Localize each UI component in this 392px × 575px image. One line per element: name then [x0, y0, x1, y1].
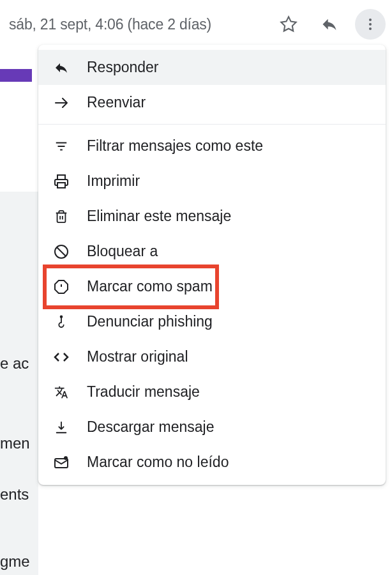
context-menu: Responder Reenviar Filtrar mensajes como…: [38, 45, 386, 485]
menu-label: Mostrar original: [87, 348, 188, 365]
bg-text-fragment: gme: [0, 553, 30, 571]
menu-label: Descargar mensaje: [87, 418, 214, 436]
more-options-button[interactable]: [355, 9, 386, 40]
menu-delete[interactable]: Eliminar este mensaje: [38, 199, 386, 234]
reply-button-top[interactable]: [314, 9, 345, 40]
bg-text-fragment: ents: [0, 486, 29, 503]
svg-point-2: [369, 27, 372, 30]
menu-spam[interactable]: Marcar como spam: [38, 269, 386, 304]
star-icon: [280, 15, 298, 33]
menu-phishing[interactable]: Denunciar phishing: [38, 304, 386, 339]
print-icon: [54, 174, 69, 189]
svg-point-5: [61, 316, 63, 318]
category-indicator: [0, 69, 32, 82]
svg-point-7: [64, 456, 68, 460]
email-timestamp: sáb, 21 sept, 4:06 (hace 2 días): [9, 16, 263, 33]
forward-icon: [54, 95, 69, 111]
trash-icon: [54, 209, 69, 224]
more-vertical-icon: [363, 17, 378, 32]
menu-forward[interactable]: Reenviar: [38, 85, 386, 120]
menu-divider: [38, 124, 386, 125]
phishing-icon: [54, 314, 69, 330]
menu-translate[interactable]: Traducir mensaje: [38, 374, 386, 410]
unread-icon: [54, 455, 69, 470]
block-icon: [54, 244, 69, 259]
menu-block[interactable]: Bloquear a: [38, 234, 386, 269]
download-icon: [54, 420, 69, 435]
menu-label: Eliminar este mensaje: [87, 208, 231, 225]
bg-text-fragment: men: [0, 434, 30, 452]
menu-label: Reenviar: [87, 94, 146, 111]
reply-icon: [54, 60, 69, 75]
menu-label: Traducir mensaje: [87, 383, 200, 401]
menu-unread[interactable]: Marcar como no leído: [38, 445, 386, 480]
menu-reply[interactable]: Responder: [38, 50, 386, 85]
reply-arrow-icon: [320, 15, 338, 33]
translate-icon: [54, 385, 69, 400]
menu-label: Responder: [87, 59, 159, 76]
code-icon: [54, 349, 69, 365]
background-panel: [0, 192, 38, 575]
menu-label: Bloquear a: [87, 243, 158, 260]
star-button[interactable]: [273, 9, 304, 40]
menu-label: Denunciar phishing: [87, 313, 213, 330]
menu-download[interactable]: Descargar mensaje: [38, 410, 386, 445]
menu-label: Imprimir: [87, 172, 140, 190]
menu-print[interactable]: Imprimir: [38, 164, 386, 199]
svg-point-1: [369, 23, 372, 26]
filter-icon: [54, 139, 69, 154]
menu-label: Marcar como no leído: [87, 454, 229, 471]
menu-filter[interactable]: Filtrar mensajes como este: [38, 128, 386, 164]
svg-point-0: [369, 19, 372, 21]
bg-text-fragment: e ac: [0, 355, 29, 372]
menu-label: Marcar como spam: [87, 278, 213, 295]
menu-original[interactable]: Mostrar original: [38, 339, 386, 374]
menu-label: Filtrar mensajes como este: [87, 137, 263, 155]
spam-icon: [54, 279, 69, 295]
svg-line-4: [57, 247, 66, 256]
